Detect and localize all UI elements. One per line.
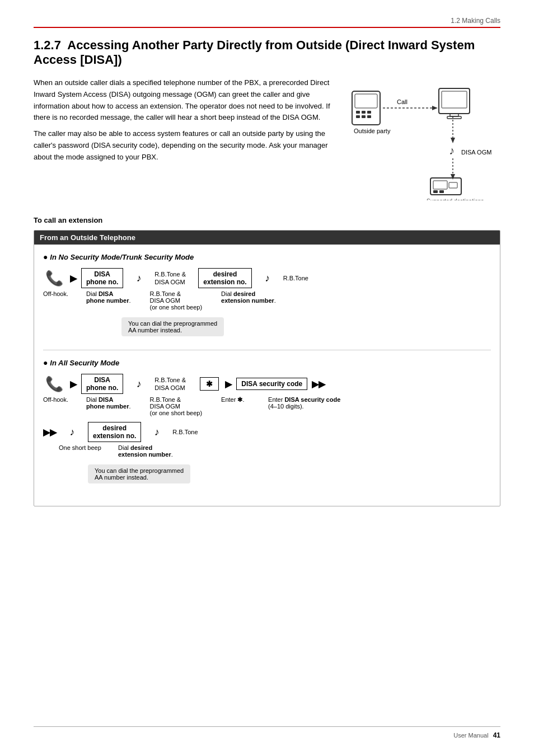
svg-marker-18 [451,174,455,180]
music-note-icon-4: ♪ [70,426,75,438]
mode2-ext-box: desiredextension no. [88,422,141,442]
desired-ext-btn-2: desiredextension no. [88,422,141,442]
section-number: 1.2.7 [34,38,61,52]
lbl-rbtone-ogm: R.B.Tone &DISA OGM(or one short beep) [150,290,203,311]
mode1-ext-box: desiredextension no. [198,268,251,288]
mode2-flow-row1: 📞 ▶ DISAphone no. ♪ R.B.Tone &DISA OGM ✱… [43,374,491,394]
section-text: Accessing Another Party Directly from Ou… [34,38,475,67]
star-btn: ✱ [200,377,219,391]
footer: User Manual 41 [34,726,500,739]
mode2-continuation: ▶▶ ♪ desiredextension no. ♪ R.B.Tone [43,422,491,442]
lbl2-rbtone: R.B.Tone &DISA OGM(or one short beep) [150,396,203,416]
mode2-hint-container: You can dial the preprogrammedAA number … [54,462,491,489]
offhook-icon: 📞 [45,270,63,287]
mode2-rbtone2: R.B.Tone [172,429,198,435]
svg-rect-10 [439,88,470,114]
from-outside-header: From an Outside Telephone [34,231,500,245]
svg-rect-21 [449,182,457,188]
disa-security-btn: DISA security code [236,378,307,390]
header-bar: 1.2 Making Calls [34,17,500,28]
mode2-labels-row1: Off-hook. Dial DISAphone number. R.B.Ton… [43,396,491,416]
disa-diagram: Outside party Call [344,77,500,200]
description-p1: When an outside caller dials a specified… [34,77,332,124]
mode2-note2: ♪ [61,426,83,438]
mode2-phone: 📞 [43,375,65,393]
disa-phone-btn: DISAphone no. [81,268,123,288]
lbl2-dial-ext: Dial desiredextension number. [118,444,173,458]
mode-divider [43,350,491,350]
svg-rect-11 [442,91,467,108]
footer-page: 41 [493,731,500,739]
disa-ogm-label: DISA OGM [461,149,491,156]
description-p2: The caller may also be able to access sy… [34,128,332,163]
lbl2-enter-sec: Enter DISA security code(4–10 digits). [268,396,340,410]
call-label: Call [397,98,407,105]
music-note-icon-5: ♪ [154,426,160,438]
double-arrow-2: ▶▶ [43,427,57,438]
mode2-hint: You can dial the preprogrammedAA number … [88,464,190,483]
svg-marker-15 [451,138,455,143]
svg-marker-9 [432,106,438,110]
supported-label: Supported destinations [427,198,484,200]
mode2-disa-box: DISAphone no. [81,374,123,394]
disa-phone-btn-2: DISAphone no. [81,374,123,394]
lbl2-offhook: Off-hook. [43,396,68,403]
lbl2-shortbeep: One short beep [59,444,104,451]
mode2-title: In All Security Mode [43,358,491,367]
svg-rect-22 [433,190,438,193]
lbl-offhook: Off-hook. [43,290,68,297]
mode1-disa-box: DISAphone no. [81,268,123,288]
footer-label: User Manual [453,732,488,739]
mode1-note1: ♪ [128,273,150,284]
mode2-hint-text: You can dial the preprogrammedAA number … [95,467,184,481]
diagram-area: Outside party Call [344,77,500,200]
svg-rect-2 [356,111,360,114]
svg-rect-1 [355,94,377,108]
mode2-sec-code: DISA security code [236,378,307,390]
mode2-rbtone-label: R.B.Tone &DISA OGM [154,376,194,392]
arrow3: ▶ [225,379,232,389]
mode1-labels-row: Off-hook. Dial DISAphone number. R.B.Ton… [43,290,491,311]
description: When an outside caller dials a specified… [34,77,332,200]
lbl-dial-ext: Dial desiredextension number. [221,290,276,304]
svg-rect-23 [439,190,444,193]
arrow1: ▶ [70,273,77,284]
svg-text:♪: ♪ [449,144,455,157]
mode1-phone: 📞 [43,270,65,287]
mode1-flow-row: 📞 ▶ DISAphone no. ♪ R.B.Tone &DISA OGM d… [43,268,491,288]
svg-rect-3 [362,111,366,114]
mode2-note3: ♪ [146,426,168,438]
music-note-icon-1: ♪ [137,273,142,284]
from-outside-box: From an Outside Telephone In No Security… [34,230,500,506]
mode1-rbtone-label: R.B.Tone &DISA OGM [154,270,194,287]
svg-rect-6 [362,115,366,118]
mode2-note1: ♪ [128,378,150,390]
mode2-star: ✱ [198,377,221,391]
content-area: When an outside caller dials a specified… [34,77,500,200]
double-arrow-1: ▶▶ [312,379,325,389]
lbl2-dial-disa: Dial DISAphone number. [86,396,130,410]
mode2-labels-row2: One short beep Dial desiredextension num… [43,444,491,458]
offhook-icon-2: 📞 [45,375,63,393]
lbl2-enter-star: Enter ✱. [221,396,249,403]
mode1-rbtone2: R.B.Tone [283,275,308,281]
mode1-hint-text: You can dial the preprogrammedAA number … [128,320,217,334]
svg-rect-13 [447,116,461,119]
music-note-icon-3: ♪ [137,378,142,390]
mode1-hint: You can dial the preprogrammedAA number … [121,317,224,336]
subsection-title: To call an extension [34,216,500,224]
mode1-title: In No Security Mode/Trunk Security Mode [43,252,491,261]
arrow2: ▶ [70,379,77,389]
mode2-section: In All Security Mode 📞 ▶ DISAphone no. ♪… [43,358,491,489]
svg-rect-5 [356,115,360,118]
section-ref: 1.2 Making Calls [451,17,500,25]
section-title: 1.2.7 Accessing Another Party Directly f… [34,38,500,67]
svg-rect-7 [367,115,371,118]
outside-party-label: Outside party [354,128,391,134]
mode1-note2: ♪ [256,273,279,284]
desired-ext-btn: desiredextension no. [198,268,251,288]
mode1-section: In No Security Mode/Trunk Security Mode … [43,252,491,342]
svg-rect-4 [367,111,371,114]
music-note-icon-2: ♪ [265,273,270,284]
svg-rect-20 [433,181,447,189]
